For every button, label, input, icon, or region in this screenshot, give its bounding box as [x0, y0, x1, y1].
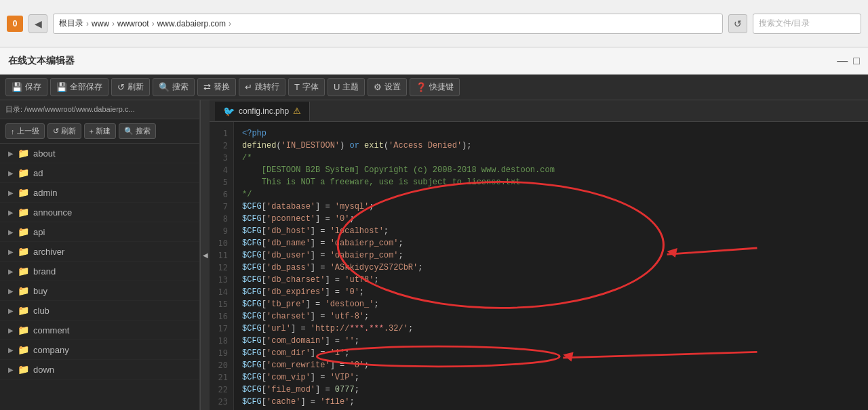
folder-icon: 📁 [18, 364, 29, 375]
chevron-icon: ▶ [8, 150, 14, 157]
line-number: 5 [210, 176, 233, 188]
code-line: $CFG['db_name'] = 'dabaierp_com'; [242, 237, 860, 249]
sidebar-item-about[interactable]: ▶ 📁 about [0, 144, 199, 163]
toolbar: 💾 保存 💾 全部保存 ↺ 刷新 🔍 搜索 ⇄ 替换 ↵ 跳转行 T 字体 U … [0, 75, 868, 100]
sidebar-actions: ↑ 上一级 ↺ 刷新 + 新建 🔍 搜索 [0, 119, 199, 144]
line-number: 6 [210, 188, 233, 201]
settings-button[interactable]: ⚙ 设置 [368, 78, 407, 96]
sidebar-item-admin[interactable]: ▶ 📁 admin [0, 183, 199, 203]
code-line: $CFG['pconnect'] = '0'; [242, 213, 860, 225]
code-line: defined('IN_DESTOON') or exit('Access De… [242, 140, 860, 152]
sidebar-item-label: archiver [33, 247, 64, 257]
code-content[interactable]: <?phpdefined('IN_DESTOON') or exit('Acce… [234, 122, 868, 410]
line-number: 3 [210, 152, 233, 164]
breadcrumb-www: www [92, 19, 109, 28]
code-line: $CFG['url'] = 'http://***.***.32/'; [242, 323, 860, 335]
code-area: 1234567891011121314151617181920212223 <?… [210, 122, 868, 410]
replace-button[interactable]: ⇄ 替换 [197, 78, 236, 96]
font-button[interactable]: T 字体 [288, 78, 325, 96]
sidebar-item-buy[interactable]: ▶ 📁 buy [0, 281, 199, 301]
breadcrumb-root: 根目录 [59, 18, 83, 29]
folder-icon: 📁 [18, 207, 29, 218]
breadcrumb-domain: www.dabaierp.com [157, 19, 226, 28]
address-bar[interactable]: 根目录 › www › wwwroot › www.dabaierp.com › [53, 14, 723, 34]
up-icon: ↑ [11, 127, 15, 136]
line-number: 2 [210, 140, 233, 152]
sidebar-collapse-button[interactable]: ◀ [200, 100, 210, 410]
folder-icon: 📁 [18, 325, 29, 335]
folder-icon: 📁 [18, 344, 29, 355]
chevron-icon: ▶ [8, 189, 14, 197]
code-line: $CFG['com_domain'] = ''; [242, 335, 860, 347]
code-line: $CFG['db_charset'] = 'utf8'; [242, 274, 860, 286]
code-line: $CFG['db_host'] = 'localhost'; [242, 225, 860, 237]
maximize-button[interactable]: □ [853, 55, 860, 67]
code-line: $CFG['file_mod'] = 0777; [242, 384, 860, 396]
chevron-icon: ▶ [8, 209, 14, 216]
chevron-icon: ▶ [8, 228, 14, 236]
save-all-button[interactable]: 💾 全部保存 [50, 78, 108, 96]
editor-title-bar: 在线文本编辑器 — □ [0, 47, 868, 75]
chevron-icon: ▶ [8, 307, 14, 314]
line-number: 21 [210, 371, 233, 384]
search-toolbar-button[interactable]: 🔍 搜索 [153, 78, 195, 96]
minimize-button[interactable]: — [837, 55, 848, 67]
refresh-toolbar-button[interactable]: ↺ 刷新 [111, 78, 150, 96]
folder-icon: 📁 [18, 285, 29, 296]
browser-bar: 0 ◀ 根目录 › www › wwwroot › www.dabaierp.c… [0, 0, 868, 47]
sidebar-search-icon: 🔍 [124, 127, 134, 136]
shortcuts-button[interactable]: ❓ 快捷键 [410, 78, 460, 96]
sidebar-path: 目录: /www/wwwroot/www.dabaierp.c... [0, 100, 199, 119]
up-button[interactable]: ↑ 上一级 [5, 123, 45, 139]
tab-file-icon: 🐦 [223, 106, 235, 117]
code-line: $CFG['com_rewrite'] = '0'; [242, 359, 860, 371]
line-number: 23 [210, 396, 233, 408]
line-number: 1 [210, 127, 233, 140]
line-number: 17 [210, 323, 233, 335]
back-button[interactable]: ◀ [28, 14, 47, 33]
line-number: 8 [210, 213, 233, 225]
sidebar-item-comment[interactable]: ▶ 📁 comment [0, 321, 199, 340]
code-line: */ [242, 188, 860, 201]
sidebar-item-brand[interactable]: ▶ 📁 brand [0, 262, 199, 281]
sidebar-search-button[interactable]: 🔍 搜索 [119, 123, 156, 139]
line-number: 19 [210, 347, 233, 359]
sidebar-item-label: down [33, 365, 54, 375]
chevron-icon: ▶ [8, 248, 14, 255]
line-number: 15 [210, 298, 233, 310]
goto-button[interactable]: ↵ 跳转行 [239, 78, 285, 96]
editor-area: 🐦 config.inc.php ⚠ 123456789101112131415… [210, 100, 868, 410]
sidebar-item-label: club [33, 306, 50, 316]
sidebar-item-down[interactable]: ▶ 📁 down [0, 360, 199, 380]
save-button[interactable]: 💾 保存 [5, 78, 47, 96]
sidebar-item-ad[interactable]: ▶ 📁 ad [0, 163, 199, 183]
settings-icon: ⚙ [374, 82, 382, 92]
sidebar-item-api[interactable]: ▶ 📁 api [0, 222, 199, 242]
code-line: $CFG['database'] = 'mysql'; [242, 201, 860, 213]
folder-icon: 📁 [18, 305, 29, 316]
search-box[interactable]: 搜索文件/目录 [753, 14, 861, 34]
sidebar-item-label: about [33, 148, 56, 159]
sidebar-item-label: announce [33, 207, 72, 218]
line-number: 11 [210, 249, 233, 262]
new-button[interactable]: + 新建 [84, 123, 116, 139]
chevron-icon: ▶ [8, 327, 14, 334]
code-line: This is NOT a freeware, use is subject t… [242, 176, 860, 188]
theme-button[interactable]: U 主题 [328, 78, 365, 96]
line-number: 12 [210, 262, 233, 274]
line-number: 13 [210, 274, 233, 286]
file-tab[interactable]: 🐦 config.inc.php ⚠ [215, 102, 310, 121]
sidebar-item-club[interactable]: ▶ 📁 club [0, 301, 199, 321]
tab-warning-icon: ⚠ [293, 106, 301, 116]
shortcuts-icon: ❓ [416, 82, 427, 92]
line-number: 4 [210, 164, 233, 176]
code-line: $CFG['db_user'] = 'dabaierp_com'; [242, 249, 860, 262]
sidebar-item-label: company [33, 345, 69, 355]
sidebar-refresh-button[interactable]: ↺ 刷新 [47, 123, 81, 139]
sidebar-item-announce[interactable]: ▶ 📁 announce [0, 203, 199, 222]
sidebar-item-company[interactable]: ▶ 📁 company [0, 340, 199, 360]
folder-icon: 📁 [18, 167, 29, 178]
refresh-button[interactable]: ↺ [728, 14, 747, 33]
sidebar-item-archiver[interactable]: ▶ 📁 archiver [0, 242, 199, 262]
line-number: 14 [210, 286, 233, 298]
